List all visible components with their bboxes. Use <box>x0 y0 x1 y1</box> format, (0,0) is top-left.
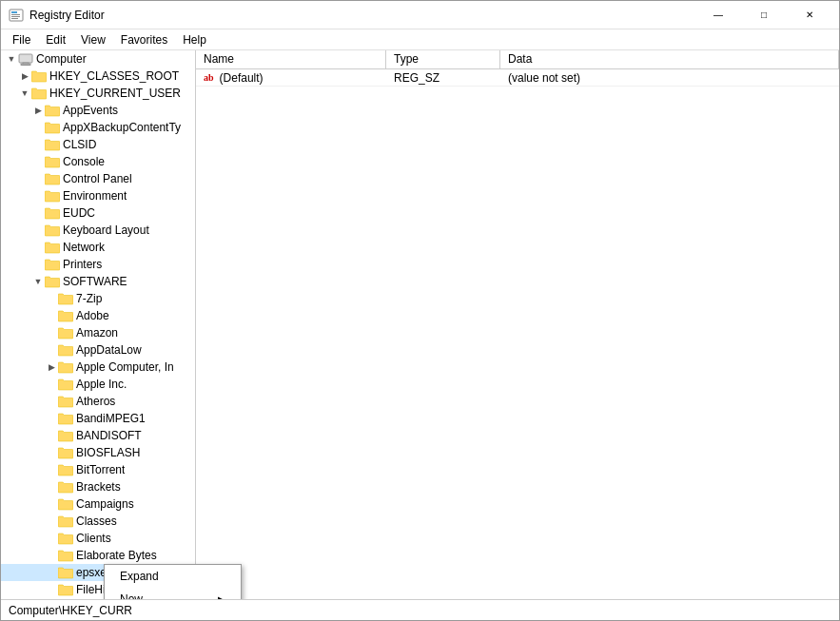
menu-view[interactable]: View <box>73 31 113 49</box>
appxbackup-label: AppXBackupContentTy <box>63 121 181 134</box>
tree-item-hkcu[interactable]: ▼ HKEY_CURRENT_USER <box>1 85 195 102</box>
svg-rect-1 <box>11 11 17 13</box>
folder-epsxe-icon <box>58 566 73 579</box>
atheros-label: Atheros <box>76 395 115 408</box>
tree-item-bittorrent[interactable]: ▶ BitTorrent <box>1 461 195 478</box>
menu-file[interactable]: File <box>5 31 38 49</box>
folder-software-icon <box>45 275 60 288</box>
folder-network-icon <box>45 241 60 254</box>
tree-item-campaigns[interactable]: ▶ Campaigns <box>1 495 195 513</box>
svg-rect-5 <box>19 54 32 63</box>
folder-printers-icon <box>45 258 60 271</box>
folder-amazon-icon <box>58 326 73 340</box>
controlpanel-label: Control Panel <box>63 172 132 185</box>
tree-item-hkcr[interactable]: ▶ HKEY_CLASSES_ROOT <box>1 68 195 85</box>
ctx-new[interactable]: New ▶ <box>105 588 241 599</box>
printers-label: Printers <box>63 258 102 271</box>
tree-item-bandisoft[interactable]: ▶ BANDISOFT <box>1 427 195 444</box>
tree-item-amazon[interactable]: ▶ Amazon <box>1 324 195 341</box>
expand-applecomputer[interactable]: ▶ <box>45 360 58 374</box>
environment-label: Environment <box>63 189 127 203</box>
tree-item-eudc[interactable]: ▶ EUDC <box>1 204 195 222</box>
adobe-label: Adobe <box>76 309 109 322</box>
appevents-label: AppEvents <box>63 104 118 117</box>
right-pane: Name Type Data ab (Default) REG_SZ (valu… <box>196 50 839 599</box>
tree-item-biosflash[interactable]: ▶ BIOSFLASH <box>1 444 195 461</box>
expand-computer[interactable]: ▼ <box>5 52 18 66</box>
folder-clients-icon <box>58 532 73 545</box>
tree-item-appleinc[interactable]: ▶ Apple Inc. <box>1 376 195 393</box>
expand-hkcu[interactable]: ▼ <box>18 87 31 100</box>
folder-adobe-icon <box>58 309 73 322</box>
tree-item-appxbackup[interactable]: ▶ AppXBackupContentTy <box>1 119 195 136</box>
classes-label: Classes <box>76 514 117 528</box>
menu-favorites[interactable]: Favorites <box>113 31 175 49</box>
col-header-type: Type <box>386 50 500 68</box>
folder-elaboratebytes-icon <box>58 549 73 562</box>
7zip-label: 7-Zip <box>76 292 102 305</box>
biosflash-label: BIOSFLASH <box>76 446 140 459</box>
software-label: SOFTWARE <box>63 275 127 288</box>
menu-bar: File Edit View Favorites Help <box>1 29 839 50</box>
tree-item-applecomputer[interactable]: ▶ Apple Computer, In <box>1 359 195 376</box>
tree-item-adobe[interactable]: ▶ Adobe <box>1 307 195 324</box>
menu-help[interactable]: Help <box>175 31 214 49</box>
data-row-default[interactable]: ab (Default) REG_SZ (value not set) <box>196 69 839 87</box>
folder-atheros-icon <box>58 395 73 408</box>
tree-item-network[interactable]: ▶ Network <box>1 239 195 256</box>
tree-item-elaboratebytes[interactable]: ▶ Elaborate Bytes <box>1 547 195 564</box>
folder-clsid-icon <box>45 138 60 151</box>
tree-item-appdatalow[interactable]: ▶ AppDataLow <box>1 341 195 359</box>
tree-item-keyboardlayout[interactable]: ▶ Keyboard Layout <box>1 222 195 239</box>
close-button[interactable]: ✕ <box>788 1 831 29</box>
folder-eudc-icon <box>45 206 60 220</box>
bandisoft-label: BANDISOFT <box>76 429 142 442</box>
tree-item-appevents[interactable]: ▶ AppEvents <box>1 102 195 119</box>
expand-software[interactable]: ▼ <box>31 275 45 288</box>
title-bar: Registry Editor — □ ✕ <box>1 1 839 29</box>
ctx-new-arrow: ▶ <box>218 594 225 600</box>
keyboardlayout-label: Keyboard Layout <box>63 223 149 237</box>
tree-item-software[interactable]: ▼ SOFTWARE <box>1 273 195 290</box>
folder-appdatalow-icon <box>58 343 73 357</box>
col-header-name: Name <box>196 50 386 68</box>
tree-item-bandimpeg[interactable]: ▶ BandiMPEG1 <box>1 410 195 427</box>
window-title: Registry Editor <box>29 9 105 22</box>
computer-label: Computer <box>36 52 87 66</box>
expand-appevents[interactable]: ▶ <box>31 104 45 117</box>
folder-appleinc-icon <box>58 378 73 391</box>
ab-icon: ab <box>204 72 214 83</box>
expand-hkcr[interactable]: ▶ <box>18 69 31 83</box>
tree-item-7zip[interactable]: ▶ 7-Zip <box>1 290 195 307</box>
title-bar-left: Registry Editor <box>9 8 105 23</box>
tree-item-clsid[interactable]: ▶ CLSID <box>1 136 195 153</box>
network-label: Network <box>63 241 105 254</box>
ctx-expand[interactable]: Expand <box>105 565 241 588</box>
maximize-button[interactable]: □ <box>742 1 786 29</box>
tree-item-computer[interactable]: ▼ Computer <box>1 50 195 68</box>
tree-item-printers[interactable]: ▶ Printers <box>1 256 195 273</box>
tree-item-controlpanel[interactable]: ▶ Control Panel <box>1 170 195 187</box>
folder-applecomputer-icon <box>58 360 73 374</box>
data-cell-type: REG_SZ <box>386 71 500 85</box>
eudc-label: EUDC <box>63 206 95 220</box>
folder-console-icon <box>45 155 60 168</box>
menu-edit[interactable]: Edit <box>38 31 73 49</box>
minimize-button[interactable]: — <box>696 1 740 29</box>
tree-item-atheros[interactable]: ▶ Atheros <box>1 393 195 410</box>
bittorrent-label: BitTorrent <box>76 463 125 476</box>
tree-item-environment[interactable]: ▶ Environment <box>1 187 195 204</box>
tree-item-clients[interactable]: ▶ Clients <box>1 530 195 547</box>
hkcu-label: HKEY_CURRENT_USER <box>49 87 181 100</box>
folder-bandimpeg-icon <box>58 412 73 425</box>
tree-item-console[interactable]: ▶ Console <box>1 153 195 170</box>
tree-item-classes[interactable]: ▶ Classes <box>1 513 195 530</box>
appleinc-label: Apple Inc. <box>76 378 127 391</box>
tree-pane[interactable]: ▼ Computer ▶ HKEY_CLASSES_ROOT ▼ <box>1 50 196 599</box>
computer-icon <box>18 52 33 66</box>
folder-hkcu-icon <box>31 87 47 100</box>
svg-rect-7 <box>21 64 30 66</box>
status-bar: Computer\HKEY_CURR <box>1 599 839 620</box>
col-header-data: Data <box>500 50 839 68</box>
tree-item-brackets[interactable]: ▶ Brackets <box>1 478 195 495</box>
